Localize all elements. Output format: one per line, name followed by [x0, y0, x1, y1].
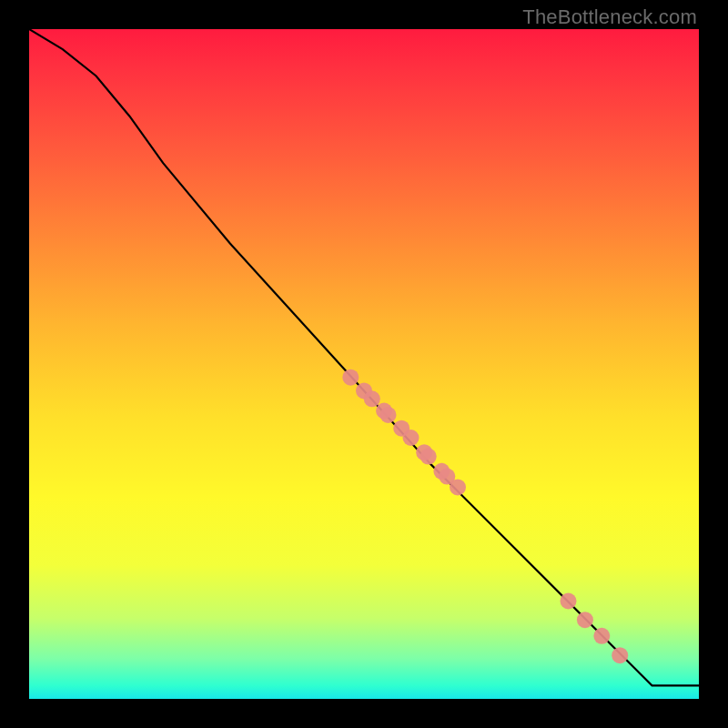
marker-point: [380, 407, 397, 423]
marker-point: [420, 449, 437, 465]
marker-point: [612, 647, 628, 663]
marker-point: [561, 593, 577, 610]
plot-area: [29, 29, 699, 699]
curve-line: [29, 29, 699, 685]
markers-group: [342, 369, 628, 664]
marker-point: [577, 612, 593, 628]
marker-point: [364, 390, 380, 407]
watermark-text: TheBottleneck.com: [522, 5, 697, 29]
chart-container: TheBottleneck.com: [0, 0, 728, 728]
chart-svg: [29, 29, 699, 699]
marker-point: [450, 479, 466, 495]
marker-point: [593, 628, 610, 644]
marker-point: [342, 369, 359, 386]
marker-point: [403, 430, 420, 446]
